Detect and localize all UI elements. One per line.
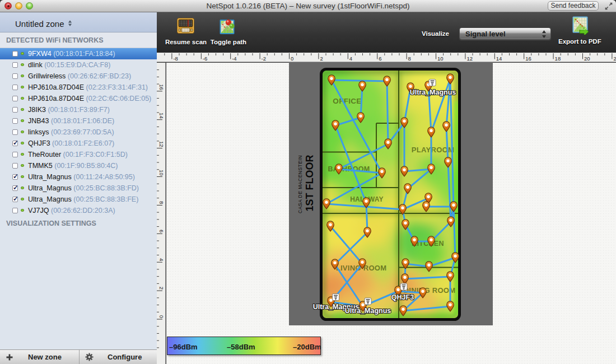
svg-text:OFFICE: OFFICE	[333, 97, 361, 105]
svg-text:10: 10	[158, 170, 165, 176]
svg-text:22: 22	[613, 55, 616, 62]
svg-text:2: 2	[158, 287, 165, 290]
svg-text:-2: -2	[262, 55, 266, 62]
svg-text:16: 16	[158, 84, 165, 90]
svg-text:-4: -4	[232, 55, 236, 62]
svg-text:16: 16	[525, 55, 531, 62]
svg-text:4: 4	[349, 55, 352, 62]
svg-text:Ultra_Magnus: Ultra_Magnus	[345, 307, 391, 315]
svg-text:4: 4	[158, 258, 165, 261]
svg-text:-6: -6	[203, 55, 207, 62]
svg-text:12: 12	[158, 141, 165, 147]
svg-text:10: 10	[437, 55, 444, 62]
svg-text:1ST FLOOR: 1ST FLOOR	[304, 155, 315, 211]
svg-text:2: 2	[320, 55, 323, 62]
svg-text:8: 8	[408, 55, 411, 62]
svg-text:6: 6	[158, 230, 165, 232]
svg-text:CASA DE MACENSTEIN: CASA DE MACENSTEIN	[297, 155, 303, 213]
svg-text:0: 0	[291, 55, 293, 62]
svg-text:Ultra_Magnus: Ultra_Magnus	[410, 88, 456, 96]
svg-text:14: 14	[158, 113, 165, 119]
svg-text:14: 14	[496, 55, 502, 62]
svg-text:QHJF3: QHJF3	[391, 293, 414, 301]
svg-text:20: 20	[584, 55, 590, 62]
svg-text:0: 0	[158, 315, 165, 318]
svg-text:-8: -8	[173, 55, 178, 62]
svg-text:8: 8	[158, 201, 165, 204]
svg-text:12: 12	[466, 55, 473, 62]
svg-text:18: 18	[555, 55, 561, 62]
svg-text:6: 6	[379, 55, 381, 62]
